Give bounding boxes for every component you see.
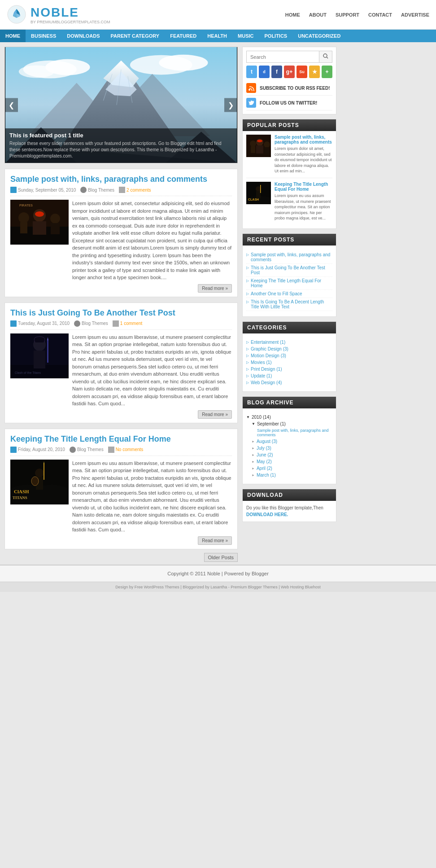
- category-movies: Movies (1): [246, 359, 332, 366]
- archive-year-label: 2010 (14): [252, 415, 271, 420]
- svg-text:Clash of the Titans: Clash of the Titans: [15, 371, 41, 374]
- copyright-text: Copyright © 2011 Noble | Powered by Blog…: [167, 571, 269, 576]
- nav-bar-featured[interactable]: FEATURED: [165, 30, 202, 42]
- calendar-icon-3: [10, 447, 17, 453]
- post-1-comments: 2 comments: [119, 187, 151, 193]
- search-input[interactable]: [247, 51, 319, 62]
- post-3-date: Friday, August 20, 2010: [10, 447, 65, 453]
- post-3-title[interactable]: Keeping The Title Length Equal For Home: [10, 434, 171, 443]
- delicious-social-icon[interactable]: d: [259, 66, 270, 78]
- category-graphic-design: Graphic Design (3): [246, 346, 332, 352]
- nav-bar-uncategorized[interactable]: UNCATEGORIZED: [292, 30, 346, 42]
- nav-bar-parent-category[interactable]: PARENT CATEGORY: [105, 30, 165, 42]
- add-social-icon[interactable]: +: [322, 66, 332, 78]
- search-widget-content: t d f g+ Su ★ +: [243, 47, 336, 114]
- svg-point-25: [50, 214, 60, 224]
- nav-bar-home[interactable]: HOME: [0, 30, 26, 42]
- download-content: Do you like this Blogger template,Then D…: [243, 501, 336, 522]
- googleplus-social-icon[interactable]: g+: [284, 66, 295, 78]
- archive-list: ▼ 2010 (14) ▼ September (1) Sample post …: [246, 412, 332, 480]
- post-3-thumbnail: ClASH TITANS: [10, 460, 69, 504]
- nav-contact[interactable]: CONTACT: [368, 12, 392, 18]
- post-1-meta: Sunday, September 05, 2010 Blog Themes 2…: [10, 187, 232, 196]
- svg-text:PIRATES: PIRATES: [19, 204, 33, 207]
- post-1-text: Lorem ipsum dolor sit amet, consectetur …: [72, 200, 232, 281]
- category-print-design: Print Design (1): [246, 366, 332, 373]
- svg-point-24: [35, 211, 44, 217]
- nav-bar-music[interactable]: MUSIC: [232, 30, 259, 42]
- nav-bar-business[interactable]: BUSINESS: [26, 30, 61, 42]
- nav-bar-politics[interactable]: POLITICS: [259, 30, 292, 42]
- twitter-follow-row: FOLLOW US ON TWITTER!: [246, 96, 332, 110]
- sidebar: t d f g+ Su ★ +: [242, 47, 336, 560]
- slider-next-button[interactable]: ❯: [224, 98, 237, 112]
- svg-rect-51: [256, 145, 263, 153]
- logo-icon: [7, 4, 27, 25]
- archive-month-may: May (2): [246, 458, 332, 465]
- archive-month-sep-link[interactable]: September (1): [257, 421, 286, 426]
- nav-advertise[interactable]: ADVERTISE: [401, 12, 429, 18]
- svg-point-20: [18, 212, 29, 223]
- post-2-readmore: Read more »: [10, 411, 232, 417]
- popular-post-1-image: [246, 135, 271, 157]
- svg-text:CLASH: CLASH: [248, 198, 259, 201]
- recent-post-1: Sample post with, links, paragraphs and …: [246, 251, 332, 264]
- blog-archive-title: BLOG ARCHIVE: [243, 397, 336, 408]
- svg-point-46: [249, 89, 250, 91]
- recent-posts-content: Sample post with, links, paragraphs and …: [243, 245, 336, 316]
- archive-month-mar: March (1): [246, 472, 332, 478]
- svg-point-41: [31, 477, 39, 486]
- svg-point-6: [159, 55, 208, 71]
- slide-text: Replace these every slider sentences wit…: [9, 140, 233, 159]
- search-button[interactable]: [319, 51, 332, 62]
- calendar-icon: [10, 187, 17, 193]
- warrior-image: Clash of the Titans: [10, 333, 69, 378]
- nav-bar-health[interactable]: HEALTH: [202, 30, 232, 42]
- archive-month-apr: April (2): [246, 465, 332, 472]
- slider-prev-button[interactable]: ❮: [5, 98, 18, 112]
- download-text: Do you like this Blogger template,Then D…: [246, 504, 332, 518]
- download-link[interactable]: DOWNLOAD HERE.: [246, 512, 288, 517]
- older-posts: Older Posts: [4, 555, 238, 560]
- post-3-comments: No comments: [108, 447, 144, 453]
- favorites-social-icon[interactable]: ★: [309, 66, 320, 78]
- stumbleupon-social-icon[interactable]: Su: [296, 66, 307, 78]
- svg-rect-21: [20, 222, 27, 233]
- post-2: This is Just Going To Be Another Test Po…: [4, 302, 238, 423]
- nav-home[interactable]: HOME: [285, 12, 300, 18]
- rss-icon: [246, 83, 256, 93]
- post-3-body: ClASH TITANS Lorem ipsum eu usu assum li…: [10, 460, 232, 534]
- popular-post-2-thumbnail: CLASH: [246, 182, 271, 204]
- popular-post-1-title: Sample post with, links, paragraphs and …: [275, 135, 332, 145]
- popular-post-2-excerpt: Lorem ipsum eu usu assum liberavisse, ut…: [275, 193, 332, 221]
- category-entertainment: Entertainment (1): [246, 339, 332, 346]
- facebook-social-icon[interactable]: f: [271, 66, 282, 78]
- archive-month-jul: July (3): [246, 445, 332, 452]
- svg-text:TITANS: TITANS: [13, 495, 27, 500]
- nav-bar-downloads[interactable]: DOWNLOADS: [61, 30, 105, 42]
- recent-posts-list: Sample post with, links, paragraphs and …: [246, 249, 332, 313]
- popular-post-1-excerpt: Lorem ipsum dolor sit amet, consectetur …: [275, 146, 332, 174]
- user-icon: [80, 187, 87, 193]
- user-icon-2: [74, 320, 80, 327]
- svg-point-44: [323, 54, 327, 57]
- nav-support[interactable]: SUPPORT: [336, 12, 359, 18]
- post-1-title[interactable]: Sample post with, links, paragraphs and …: [10, 175, 207, 184]
- categories-content: Entertainment (1) Graphic Design (3) Mot…: [243, 333, 336, 391]
- archive-sub-sep: Sample post with, links, paragraphs and …: [246, 427, 332, 438]
- nav-about[interactable]: ABOUT: [309, 12, 327, 18]
- recent-posts-title: RECENT POSTS: [243, 234, 336, 245]
- popular-post-1-thumbnail: [246, 135, 271, 157]
- post-2-title[interactable]: This is Just Going To Be Another Test Po…: [10, 308, 175, 317]
- logo-sub: BY PREMIUMBLOGGERTEMPLATES.COM: [31, 20, 110, 24]
- categories-widget: CATEGORIES Entertainment (1) Graphic Des…: [242, 321, 336, 392]
- svg-point-48: [250, 140, 256, 147]
- post-2-text: Lorem ipsum eu usu assum liberavisse, ut…: [72, 333, 232, 408]
- twitter-social-icon[interactable]: t: [246, 66, 257, 78]
- post-2-comments: 1 comment: [113, 320, 142, 327]
- popular-posts-title: POPULAR POSTS: [243, 119, 336, 131]
- rss-svg-icon: [248, 85, 254, 91]
- category-web-design: Web Design (4): [246, 379, 332, 386]
- popular-post-1: Sample post with, links, paragraphs and …: [246, 135, 332, 178]
- slide-title: This is featured post 1 title: [9, 132, 233, 139]
